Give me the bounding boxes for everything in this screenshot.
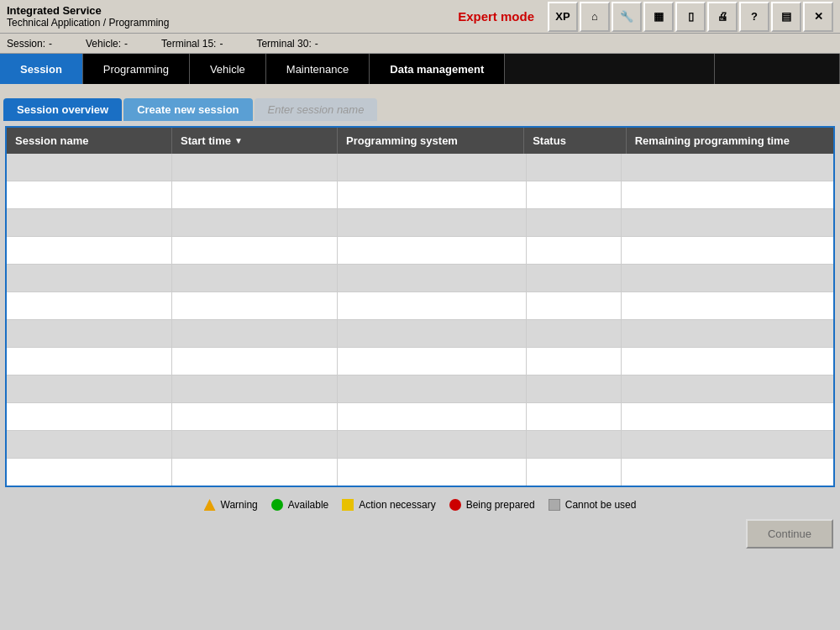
tab-vehicle[interactable]: Vehicle [190, 54, 266, 84]
cell-status [527, 181, 622, 208]
table-row[interactable] [7, 348, 833, 375]
session-table: Session name Start time ▼ Programming sy… [5, 126, 835, 487]
close-button[interactable]: ✕ [803, 2, 833, 32]
table-row[interactable] [7, 237, 833, 265]
cell-start [172, 292, 338, 319]
cell-status [527, 348, 622, 375]
tab-maintenance[interactable]: Maintenance [266, 54, 370, 84]
header-toolbar: XP ⌂ 🔧 ▦ ▯ 🖨 ? ▤ ✕ [548, 2, 833, 32]
legend-cannot-label: Cannot be used [565, 499, 637, 511]
table-row[interactable] [7, 181, 833, 209]
legend-warning: Warning [204, 499, 258, 511]
print-button[interactable]: 🖨 [707, 2, 738, 32]
terminal30-label: Terminal 30: [256, 38, 311, 50]
tab-empty2 [715, 54, 840, 84]
cell-remaining [622, 403, 833, 430]
table-body [7, 154, 833, 486]
table-row[interactable] [7, 154, 833, 181]
cell-prog [338, 237, 527, 264]
legend-available: Available [271, 499, 328, 511]
cell-prog [338, 292, 527, 319]
cell-prog [338, 431, 527, 458]
col-start-time-label: Start time [181, 134, 231, 147]
terminal30-status: Terminal 30: - [256, 38, 318, 50]
app-title: Integrated Service Technical Application… [7, 4, 458, 29]
terminal15-label: Terminal 15: [161, 38, 216, 50]
grid-button[interactable]: ▦ [643, 2, 674, 32]
col-header-remaining-time[interactable]: Remaining programming time [627, 128, 833, 154]
battery-button[interactable]: ▯ [675, 2, 706, 32]
tab-data-management[interactable]: Data management [370, 54, 505, 84]
cell-prog [338, 320, 527, 347]
cell-remaining [622, 265, 833, 291]
col-header-session-name[interactable]: Session name [7, 128, 172, 154]
cell-prog [338, 265, 527, 291]
table-row[interactable] [7, 403, 833, 431]
sub-tabs: Session overview Create new session Ente… [0, 84, 840, 121]
legend: Warning Available Action necessary Being… [0, 492, 840, 516]
cell-prog [338, 403, 527, 430]
subtab-session-name-input[interactable]: Enter session name [255, 98, 378, 121]
terminal15-value: - [219, 38, 223, 50]
cell-start [172, 375, 338, 402]
legend-being-prepared: Being prepared [449, 499, 535, 511]
app-title-line2: Technical Application / Programming [7, 17, 458, 29]
cell-session [7, 403, 172, 430]
col-header-status[interactable]: Status [524, 128, 627, 154]
cell-remaining [622, 320, 833, 347]
xp-button[interactable]: XP [548, 2, 578, 32]
table-row[interactable] [7, 375, 833, 403]
subtab-create-new-session[interactable]: Create new session [123, 98, 252, 121]
subtab-session-overview-label: Session overview [17, 103, 108, 116]
session-name-placeholder: Enter session name [268, 103, 365, 116]
legend-warning-label: Warning [221, 499, 258, 511]
being-prepared-icon [449, 499, 461, 511]
tab-session[interactable]: Session [0, 54, 83, 84]
cell-session [7, 459, 172, 486]
home-button[interactable]: ⌂ [580, 2, 610, 32]
cell-prog [338, 348, 527, 375]
table-row[interactable] [7, 292, 833, 320]
cell-prog [338, 154, 527, 181]
status-bar: Session: - Vehicle: - Terminal 15: - Ter… [0, 34, 840, 54]
cell-session [7, 375, 172, 402]
col-header-programming-system[interactable]: Programming system [338, 128, 524, 154]
cell-session [7, 237, 172, 264]
cell-session [7, 154, 172, 181]
nav-tabs: Session Programming Vehicle Maintenance … [0, 54, 840, 84]
cell-remaining [622, 375, 833, 402]
clipboard-button[interactable]: ▤ [771, 2, 801, 32]
cell-start [172, 320, 338, 347]
cell-session [7, 431, 172, 458]
tab-programming[interactable]: Programming [83, 54, 190, 84]
col-header-start-time[interactable]: Start time ▼ [172, 128, 338, 154]
cell-session [7, 181, 172, 208]
cell-prog [338, 375, 527, 402]
table-row[interactable] [7, 431, 833, 459]
session-label: Session: [7, 38, 45, 50]
table-row[interactable] [7, 459, 833, 486]
table-row[interactable] [7, 209, 833, 237]
cell-prog [338, 459, 527, 486]
tools-button[interactable]: 🔧 [612, 2, 642, 32]
cell-session [7, 209, 172, 236]
cell-status [527, 154, 622, 181]
legend-action-label: Action necessary [359, 499, 435, 511]
continue-button[interactable]: Continue [746, 519, 833, 549]
cell-remaining [622, 237, 833, 264]
cell-status [527, 431, 622, 458]
table-header: Session name Start time ▼ Programming sy… [7, 128, 833, 154]
vehicle-status: Vehicle: - [86, 38, 128, 50]
header: Integrated Service Technical Application… [0, 0, 840, 34]
available-icon [271, 499, 283, 511]
subtab-session-overview[interactable]: Session overview [3, 98, 122, 121]
table-row[interactable] [7, 265, 833, 292]
main-content: Session name Start time ▼ Programming sy… [0, 121, 840, 492]
cell-start [172, 154, 338, 181]
table-row[interactable] [7, 320, 833, 348]
subtab-create-new-session-label: Create new session [137, 103, 239, 116]
footer: Continue [0, 516, 840, 552]
cell-prog [338, 181, 527, 208]
cell-start [172, 431, 338, 458]
help-button[interactable]: ? [739, 2, 769, 32]
